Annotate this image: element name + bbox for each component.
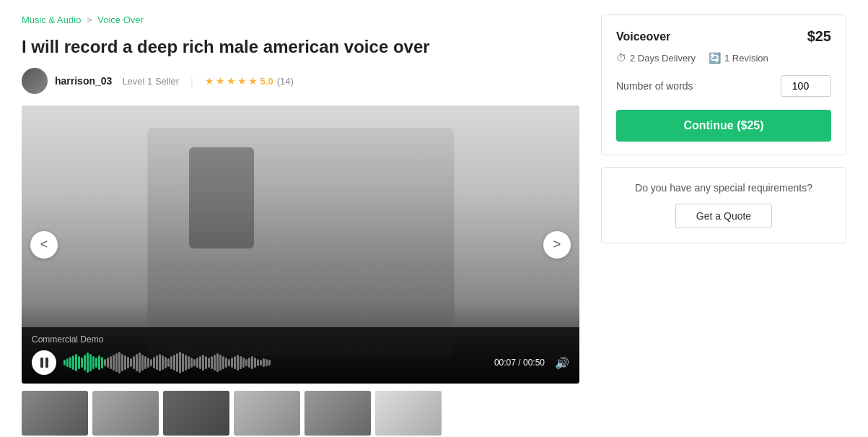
seller-row: harrison_03 Level 1 Seller | ★ ★ ★ ★ ★ 5… (22, 68, 579, 94)
gallery-next-button[interactable]: > (543, 231, 571, 259)
avatar (22, 68, 48, 94)
audio-player: Commercial Demo 00:07 / 00:50 (22, 327, 579, 384)
divider: | (190, 76, 193, 87)
star-3: ★ (227, 75, 236, 87)
seller-level: Level 1 Seller (122, 76, 179, 87)
gallery-prev-button[interactable]: < (30, 231, 58, 259)
revision-label: 1 Revision (724, 53, 768, 64)
delivery-meta: ⏱ 2 Days Delivery (616, 52, 696, 64)
star-5: ★ (248, 75, 258, 87)
thumbnail-1[interactable] (22, 391, 88, 436)
thumbnail-strip (22, 391, 579, 436)
thumbnail-6[interactable] (375, 391, 442, 436)
package-header: Voiceover $25 (616, 28, 831, 45)
star-2: ★ (216, 75, 225, 87)
revision-meta: 🔄 1 Revision (709, 52, 768, 64)
gallery-wrapper: < > Commercial Demo 00:07 (22, 105, 579, 384)
gig-title: I will record a deep rich male american … (22, 35, 579, 58)
star-rating: ★ ★ ★ ★ ★ 5.0 (14) (205, 75, 294, 87)
package-price: $25 (807, 28, 831, 45)
main-content: Music & Audio > Voice Over I will record… (22, 14, 579, 436)
time-display: 00:07 / 00:50 (494, 358, 545, 368)
words-label: Number of words (616, 80, 693, 92)
volume-icon[interactable]: 🔊 (555, 356, 569, 370)
breadcrumb: Music & Audio > Voice Over (22, 14, 579, 25)
package-meta: ⏱ 2 Days Delivery 🔄 1 Revision (616, 52, 831, 64)
pause-button[interactable] (32, 350, 56, 375)
package-name: Voiceover (616, 30, 670, 43)
thumbnail-3[interactable] (163, 391, 229, 436)
sidebar: Voiceover $25 ⏱ 2 Days Delivery 🔄 1 Revi… (601, 14, 846, 436)
package-card: Voiceover $25 ⏱ 2 Days Delivery 🔄 1 Revi… (601, 14, 846, 155)
thumbnail-2[interactable] (92, 391, 159, 436)
continue-button[interactable]: Continue ($25) (616, 110, 831, 142)
words-row: Number of words (616, 75, 831, 97)
breadcrumb-music[interactable]: Music & Audio (22, 14, 81, 25)
star-4: ★ (237, 75, 247, 87)
breadcrumb-separator: > (87, 14, 92, 25)
audio-label: Commercial Demo (32, 334, 569, 345)
star-1: ★ (205, 75, 214, 87)
gallery-main: < > Commercial Demo 00:07 (22, 105, 579, 384)
thumbnail-5[interactable] (304, 391, 371, 436)
time-current: 00:07 (494, 358, 516, 368)
thumbnail-4[interactable] (234, 391, 300, 436)
delivery-label: 2 Days Delivery (630, 53, 696, 64)
revision-icon: 🔄 (709, 52, 721, 64)
breadcrumb-voiceover[interactable]: Voice Over (97, 14, 144, 25)
rating-number: 5.0 (260, 76, 273, 87)
waveform[interactable] (63, 350, 487, 375)
quote-question: Do you have any special requirements? (616, 182, 831, 194)
review-count: (14) (277, 76, 294, 87)
pause-icon (40, 358, 48, 368)
time-total: 00:50 (523, 358, 545, 368)
get-quote-button[interactable]: Get a Quote (675, 204, 772, 228)
clock-icon: ⏱ (616, 52, 626, 64)
words-input[interactable] (781, 75, 831, 97)
quote-card: Do you have any special requirements? Ge… (601, 167, 846, 243)
audio-controls: 00:07 / 00:50 🔊 (32, 350, 569, 375)
seller-name[interactable]: harrison_03 (55, 75, 112, 87)
page-wrapper: Music & Audio > Voice Over I will record… (0, 0, 868, 437)
